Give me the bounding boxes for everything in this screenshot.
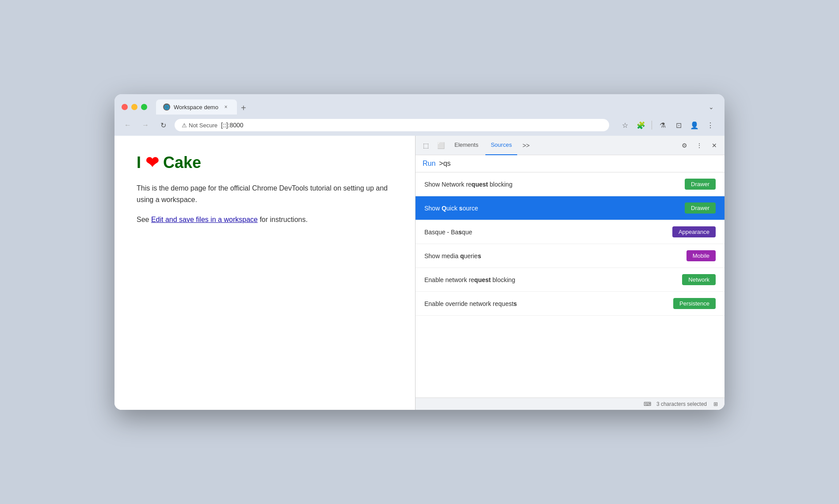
cursor-icon: ⌨	[644, 401, 651, 408]
url-text: [::]­:8000	[221, 122, 244, 129]
profile-icon[interactable]: 👤	[687, 118, 702, 132]
command-run-label: Run	[423, 160, 435, 168]
tab-title: Workspace demo	[174, 104, 218, 111]
address-bar: ← → ↻ ⚠ Not Secure [::]­:8000 ☆ 🧩 ⚗ ⊡ 👤 …	[114, 115, 725, 136]
devtools-right-icons: ⚙ ⋮ ✕	[678, 139, 721, 152]
body2-suffix: for instructions.	[258, 216, 308, 223]
title-bar: 🌐 Workspace demo × + ⌄	[114, 94, 725, 115]
menu-icon[interactable]: ⋮	[703, 118, 717, 132]
back-button[interactable]: ←	[122, 119, 134, 131]
heart-icon: ❤	[145, 153, 159, 172]
window-down-button[interactable]: ⌄	[705, 101, 717, 113]
extensions-icon[interactable]: 🧩	[634, 118, 648, 132]
drawer-badge-2[interactable]: Drawer	[685, 202, 716, 214]
page-title: I ❤ Cake	[137, 153, 393, 172]
result-text: Enable override network requests	[424, 300, 517, 307]
result-item[interactable]: Enable override network requests Persist…	[416, 292, 725, 316]
split-icon[interactable]: ⊡	[671, 118, 686, 132]
more-options-icon[interactable]: ⋮	[693, 139, 706, 152]
devtools-toolbar: ⬚ ⬜ Elements Sources >> ⚙ ⋮ ✕	[416, 136, 725, 155]
lab-icon[interactable]: ⚗	[656, 118, 670, 132]
result-text-selected: Show Quick source	[424, 205, 478, 212]
result-text: Basque - Basque	[424, 229, 472, 236]
appearance-badge[interactable]: Appearance	[672, 226, 716, 237]
result-item[interactable]: Basque - Basque Appearance	[416, 220, 725, 244]
drawer-badge-1[interactable]: Drawer	[685, 179, 716, 190]
device-emulation-icon[interactable]: ⬜	[434, 139, 447, 152]
result-text: Show Network request blocking	[424, 181, 512, 188]
results-list: Show Network request blocking Drawer Sho…	[416, 172, 725, 397]
title-suffix: Cake	[163, 153, 201, 172]
tab-sources[interactable]: Sources	[485, 136, 517, 155]
page-body-2: See Edit and save files in a workspace f…	[137, 214, 393, 225]
result-item[interactable]: Enable network request blocking Network	[416, 268, 725, 292]
url-bar[interactable]: ⚠ Not Secure [::]­:8000	[175, 119, 609, 131]
bookmark-icon[interactable]: ☆	[618, 118, 632, 132]
layout-icon: ⊞	[712, 401, 719, 408]
settings-icon[interactable]: ⚙	[678, 139, 691, 152]
page-body-1: This is the demo page for the official C…	[137, 183, 393, 205]
browser-content: I ❤ Cake This is the demo page for the o…	[114, 136, 725, 410]
maximize-button[interactable]	[141, 104, 147, 110]
active-tab[interactable]: 🌐 Workspace demo ×	[156, 99, 237, 115]
devtools-statusbar: ⌨ 3 characters selected ⊞	[416, 397, 725, 410]
command-text: >qs	[439, 160, 450, 168]
browser-window: 🌐 Workspace demo × + ⌄ ← → ↻ ⚠ Not Secur…	[114, 94, 725, 410]
not-secure-text: Not Secure	[189, 122, 217, 129]
title-prefix: I	[137, 153, 141, 172]
tab-more-button[interactable]: >>	[519, 136, 533, 155]
page-content: I ❤ Cake This is the demo page for the o…	[114, 136, 415, 410]
workspace-link[interactable]: Edit and save files in a workspace	[151, 216, 258, 223]
devtools-panel: ⬚ ⬜ Elements Sources >> ⚙ ⋮ ✕ Run >qs	[415, 136, 725, 410]
close-button[interactable]	[122, 104, 128, 110]
minimize-button[interactable]	[131, 104, 137, 110]
tab-elements[interactable]: Elements	[449, 136, 484, 155]
new-tab-button[interactable]: +	[237, 101, 250, 115]
close-devtools-icon[interactable]: ✕	[708, 139, 721, 152]
command-menu: Run >qs	[416, 155, 725, 172]
result-item[interactable]: Show media queries Mobile	[416, 244, 725, 268]
refresh-button[interactable]: ↻	[157, 119, 169, 131]
network-badge[interactable]: Network	[682, 274, 716, 285]
not-secure-indicator: ⚠ Not Secure	[182, 122, 217, 129]
chars-selected-text: 3 characters selected	[656, 401, 707, 407]
inspector-icon[interactable]: ⬚	[419, 139, 432, 152]
result-text: Show media queries	[424, 252, 481, 260]
window-controls-right: ⌄	[705, 101, 717, 113]
result-text: Enable network request blocking	[424, 276, 515, 283]
persistence-badge[interactable]: Persistence	[673, 298, 716, 309]
toolbar-separator	[652, 121, 652, 130]
result-item-selected[interactable]: Show Quick source Drawer	[416, 196, 725, 220]
mobile-badge[interactable]: Mobile	[686, 250, 716, 261]
result-item[interactable]: Show Network request blocking Drawer	[416, 172, 725, 196]
forward-button[interactable]: →	[139, 119, 152, 131]
warning-icon: ⚠	[182, 122, 187, 129]
tab-close-button[interactable]: ×	[222, 103, 230, 111]
tab-favicon: 🌐	[163, 103, 170, 111]
tabs-area: 🌐 Workspace demo × +	[156, 99, 700, 115]
toolbar-icons: ☆ 🧩 ⚗ ⊡ 👤 ⋮	[618, 118, 717, 132]
body2-prefix: See	[137, 216, 151, 223]
traffic-lights	[122, 104, 147, 110]
command-input[interactable]: Run >qs	[423, 160, 717, 168]
